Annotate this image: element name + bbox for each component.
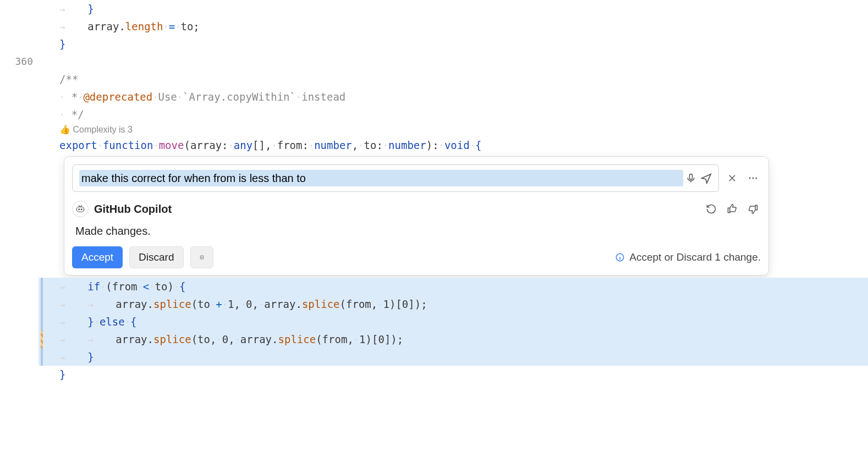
codelens-complexity[interactable]: 👍 Complexity is 3 bbox=[39, 123, 868, 136]
code-line[interactable]: } bbox=[39, 35, 868, 53]
mic-icon[interactable] bbox=[683, 170, 699, 186]
code-editor[interactable]: 360 370 → } → array.length·=·to; } /** ·… bbox=[0, 0, 868, 383]
diff-line[interactable]: → if·(from·<·to)·{ bbox=[39, 278, 868, 295]
discard-button[interactable]: Discard bbox=[129, 246, 183, 268]
line-number: 370 bbox=[0, 382, 33, 383]
regenerate-icon[interactable] bbox=[704, 201, 719, 217]
thumbs-down-icon[interactable] bbox=[745, 201, 761, 217]
code-line[interactable]: export·function·move(array:·any[],·from:… bbox=[39, 136, 868, 154]
svg-point-1 bbox=[749, 178, 751, 179]
thumbs-up-icon[interactable] bbox=[724, 201, 740, 217]
change-status: Accept or Discard 1 change. bbox=[615, 251, 761, 263]
code-line[interactable]: · *·@deprecated·Use·`Array.copyWithin`·i… bbox=[39, 88, 868, 106]
code-line[interactable]: · */ bbox=[39, 106, 868, 123]
svg-point-5 bbox=[79, 209, 80, 210]
copilot-avatar-icon bbox=[72, 201, 89, 217]
copilot-inline-panel: GitHub Copilot Made changes. Accept Disc… bbox=[64, 156, 769, 275]
diff-line[interactable]: → → array.splice(to,·0,·array.splice(fro… bbox=[39, 330, 868, 348]
svg-rect-0 bbox=[690, 174, 693, 180]
diff-line[interactable]: → → array.splice(to·+·1,·0,·array.splice… bbox=[39, 295, 868, 313]
prompt-input-wrapper bbox=[72, 164, 719, 192]
more-icon[interactable] bbox=[745, 170, 761, 186]
accept-button[interactable]: Accept bbox=[72, 246, 123, 268]
line-number: 360 bbox=[0, 53, 33, 70]
code-line[interactable]: /** bbox=[39, 70, 868, 88]
copilot-author-name: GitHub Copilot bbox=[94, 203, 172, 216]
svg-point-3 bbox=[755, 178, 757, 179]
copilot-prompt-input[interactable] bbox=[79, 170, 683, 186]
send-icon[interactable] bbox=[699, 170, 714, 186]
show-diff-button[interactable] bbox=[190, 246, 213, 268]
diff-line[interactable]: → } bbox=[39, 348, 868, 366]
code-line[interactable]: → array.length·=·to; bbox=[39, 18, 868, 35]
svg-rect-4 bbox=[76, 207, 84, 212]
copilot-response-text: Made changes. bbox=[75, 225, 757, 238]
thumbs-up-emoji: 👍 bbox=[59, 125, 73, 134]
info-icon bbox=[615, 252, 625, 262]
svg-point-6 bbox=[81, 209, 82, 210]
code-line[interactable]: → } bbox=[39, 0, 868, 18]
code-line[interactable] bbox=[39, 53, 868, 70]
code-line[interactable]: } bbox=[39, 366, 868, 383]
diff-line[interactable]: → }·else·{ bbox=[39, 313, 868, 330]
line-gutter: 360 370 bbox=[0, 0, 39, 383]
svg-point-2 bbox=[752, 178, 754, 179]
close-icon[interactable] bbox=[724, 170, 740, 186]
